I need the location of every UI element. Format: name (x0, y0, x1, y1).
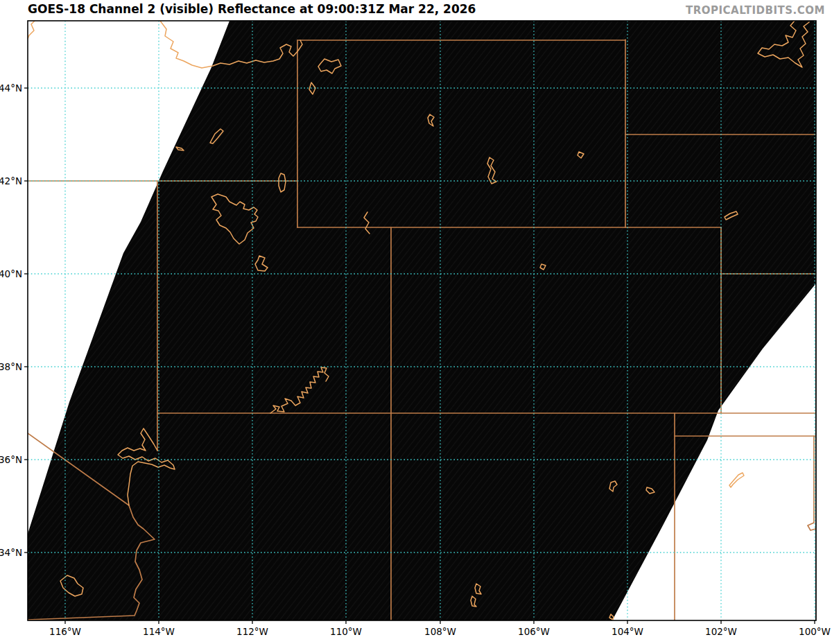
tick-label-lat-34°N: 34°N (0, 547, 22, 558)
tick-label-lat-44°N: 44°N (0, 82, 22, 94)
tick-label-lon-100°W: 100°W (799, 626, 831, 637)
tick-label-lon-110°W: 110°W (330, 626, 362, 637)
tick-label-lat-38°N: 38°N (0, 361, 22, 372)
satellite-map-canvas: 116°W114°W112°W110°W108°W106°W104°W102°W… (0, 0, 832, 644)
tick-label-lon-112°W: 112°W (236, 626, 268, 637)
tick-label-lon-108°W: 108°W (424, 626, 456, 637)
tick-label-lon-106°W: 106°W (518, 626, 550, 637)
tick-label-lon-116°W: 116°W (49, 626, 81, 637)
tick-label-lat-40°N: 40°N (0, 268, 22, 279)
tick-label-lat-36°N: 36°N (0, 454, 22, 465)
satellite-map-figure: GOES-18 Channel 2 (visible) Reflectance … (0, 0, 832, 644)
tick-label-lon-114°W: 114°W (143, 626, 175, 637)
tick-label-lon-102°W: 102°W (705, 626, 737, 637)
tick-label-lat-42°N: 42°N (0, 175, 22, 186)
tick-label-lon-104°W: 104°W (612, 626, 643, 637)
